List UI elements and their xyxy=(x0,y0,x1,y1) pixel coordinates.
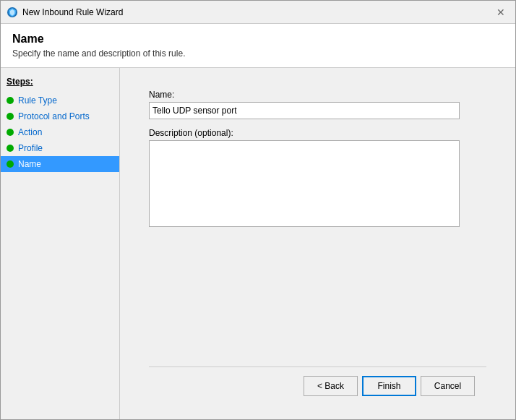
form-section: Name: Description (optional): xyxy=(149,90,486,367)
step-dot-name xyxy=(7,160,14,168)
header-section: Name Specify the name and description of… xyxy=(1,24,515,68)
page-title: Name xyxy=(12,33,504,46)
sidebar-item-protocol-and-ports[interactable]: Protocol and Ports xyxy=(1,108,119,124)
main-panel: Name: Description (optional): < Back Fin… xyxy=(120,68,515,419)
wizard-window: New Inbound Rule Wizard ✕ Name Specify t… xyxy=(0,0,516,420)
sidebar-item-name[interactable]: Name xyxy=(1,156,119,172)
description-field-label: Description (optional): xyxy=(149,128,486,138)
name-field-label: Name: xyxy=(149,90,486,100)
description-input[interactable] xyxy=(149,140,460,227)
sidebar: Steps: Rule Type Protocol and Ports Acti… xyxy=(1,68,120,419)
sidebar-label-rule-type: Rule Type xyxy=(18,95,57,106)
sidebar-label-profile: Profile xyxy=(18,143,43,153)
step-dot-profile xyxy=(7,145,14,152)
sidebar-item-profile[interactable]: Profile xyxy=(1,140,119,156)
content-area: Steps: Rule Type Protocol and Ports Acti… xyxy=(1,68,515,419)
cancel-button[interactable]: Cancel xyxy=(421,376,475,396)
description-field-group: Description (optional): xyxy=(149,128,486,229)
step-dot-action xyxy=(7,129,14,136)
sidebar-label-protocol: Protocol and Ports xyxy=(18,111,90,121)
steps-label: Steps: xyxy=(1,74,119,93)
finish-button[interactable]: Finish xyxy=(362,376,416,396)
sidebar-item-action[interactable]: Action xyxy=(1,124,119,140)
window-icon xyxy=(7,7,18,18)
page-subtitle: Specify the name and description of this… xyxy=(12,48,504,59)
step-dot-rule-type xyxy=(7,97,14,104)
name-field-group: Name: xyxy=(149,90,486,119)
step-dot-protocol xyxy=(7,113,14,120)
back-button[interactable]: < Back xyxy=(304,376,358,396)
title-bar: New Inbound Rule Wizard ✕ xyxy=(1,1,515,24)
sidebar-label-name: Name xyxy=(18,159,41,169)
close-button[interactable]: ✕ xyxy=(492,4,509,21)
name-input[interactable] xyxy=(149,102,460,119)
sidebar-item-rule-type[interactable]: Rule Type xyxy=(1,93,119,108)
window-title: New Inbound Rule Wizard xyxy=(22,7,123,17)
button-bar: < Back Finish Cancel xyxy=(149,367,486,405)
sidebar-label-action: Action xyxy=(18,127,42,137)
